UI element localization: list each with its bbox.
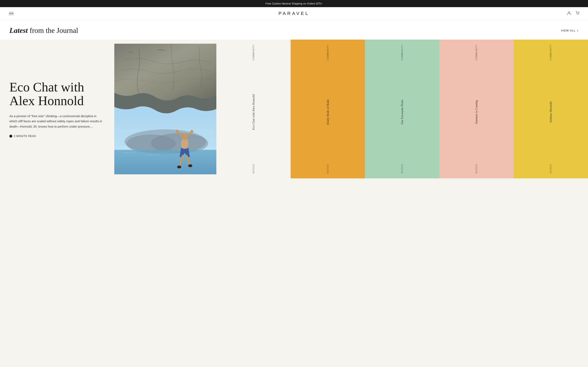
hamburger-line-3 (9, 15, 14, 15)
strip-date-0: 05/23/22 (252, 164, 255, 175)
header-right (567, 11, 580, 16)
cart-icon[interactable] (575, 11, 580, 16)
strip-date-4: 05/23/22 (550, 164, 552, 175)
hamburger-menu-button[interactable] (8, 11, 14, 16)
hamburger-line-2 (9, 13, 14, 14)
site-logo[interactable]: PARAVEL (278, 11, 309, 16)
read-time-text: 2 MINUTE READ (14, 135, 36, 138)
strip-title-2: Our Favourite Picks (400, 100, 405, 125)
strip-title-4: Ashima Shiraishi (548, 101, 553, 123)
strip-title-0: Eco Chat with Alex Honnold (251, 94, 256, 130)
svg-point-2 (578, 14, 579, 15)
clock-icon (9, 135, 12, 138)
featured-article[interactable]: Eco Chat with Alex Honnold As a pioneer … (0, 40, 114, 178)
strip-date-1: 05/23/22 (327, 164, 329, 175)
main-content: Eco Chat with Alex Honnold As a pioneer … (0, 40, 588, 178)
strip-0[interactable]: COMMUNITY Eco Chat with Alex Honnold 05/… (216, 40, 291, 178)
strip-4[interactable]: COMMUNITY Ashima Shiraishi 05/23/22 (514, 40, 588, 178)
strip-title-1: Emily Bode of Bode (325, 100, 331, 125)
strip-title-3: Summer is Coming (474, 100, 479, 124)
header-left (8, 11, 14, 16)
strip-category-2: COMMUNITY (401, 43, 403, 60)
sidebar-strips: COMMUNITY Eco Chat with Alex Honnold 05/… (216, 40, 588, 178)
announcement-bar: Free Carbon-Neutral Shipping on Orders $… (0, 0, 588, 7)
hero-image (114, 40, 216, 178)
strip-category-4: COMMUNITY (550, 43, 552, 60)
strip-2[interactable]: COMMUNITY Our Favourite Picks 05/23/22 (365, 40, 439, 178)
article-excerpt: As a pioneer of "free solo" climbing—a c… (9, 114, 105, 129)
section-title: Latest from the Journal (9, 26, 78, 35)
view-all-arrow-icon: › (577, 29, 579, 33)
header: PARAVEL (0, 7, 588, 20)
article-title: Eco Chat with Alex Honnold (9, 80, 105, 108)
read-time: 2 MINUTE READ (9, 135, 105, 138)
svg-point-1 (577, 14, 577, 15)
strip-3[interactable]: COMMUNITY Summer is Coming 05/23/22 (439, 40, 514, 178)
view-all-button[interactable]: VIEW ALL › (561, 29, 579, 33)
hamburger-line-1 (9, 12, 14, 12)
strip-category-1: COMMUNITY (327, 43, 329, 60)
announcement-text: Free Carbon-Neutral Shipping on Orders $… (265, 2, 323, 5)
strip-date-3: 05/23/22 (475, 164, 478, 175)
account-icon[interactable] (567, 11, 571, 16)
section-header: Latest from the Journal VIEW ALL › (0, 20, 588, 40)
view-all-label: VIEW ALL (561, 29, 576, 32)
section-title-bold: Latest (9, 26, 28, 34)
svg-point-0 (568, 12, 570, 13)
strip-category-3: COMMUNITY (475, 43, 478, 60)
strip-1[interactable]: COMMUNITY Emily Bode of Bode 05/23/22 (291, 40, 365, 178)
strip-date-2: 05/23/22 (401, 164, 403, 175)
section-title-rest: from the Journal (28, 26, 78, 34)
strip-category-0: COMMUNITY (252, 43, 255, 60)
